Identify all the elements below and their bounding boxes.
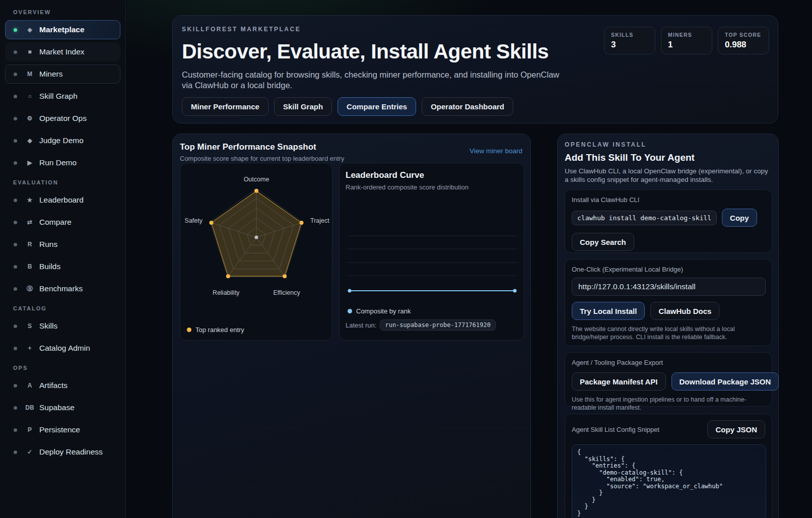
radar-legend-dot (187, 328, 191, 332)
hero-tab-operator-dashboard[interactable]: Operator Dashboard (422, 97, 513, 116)
sidebar-item-label: Marketplace (39, 25, 85, 34)
catalog-admin-icon: + (23, 345, 36, 352)
sidebar-item-label: Deploy Readiness (39, 447, 103, 457)
curve-legend: Composite by rank (348, 307, 411, 315)
sidebar-item-label: Runs (39, 240, 57, 249)
curve-subtitle: Rank-ordered composite score distributio… (346, 183, 468, 191)
curve-chart (348, 232, 517, 298)
install-description: Use ClawHub CLI, a local OpenClaw bridge… (565, 167, 771, 184)
supabase-icon: DB (23, 404, 36, 411)
sidebar-item-judge-demo[interactable]: ◆Judge Demo (5, 131, 120, 150)
sidebar-item-label: Persistence (39, 425, 80, 434)
section-label-evaluation: EVALUATION (13, 179, 121, 185)
view-miner-board-link[interactable]: View miner board (469, 147, 522, 155)
hero-tab-miner-performance[interactable]: Miner Performance (182, 97, 268, 116)
curve-card: Leaderboard Curve Rank-ordered composite… (339, 163, 524, 341)
sidebar-item-runs[interactable]: RRuns (5, 235, 120, 254)
status-dot (14, 95, 17, 98)
status-dot (14, 139, 17, 143)
config-snippet-card: Agent Skill List Config Snippet Copy JSO… (565, 414, 772, 518)
sidebar-item-marketplace[interactable]: ◆Marketplace (5, 20, 120, 39)
copy-json-button[interactable]: Copy JSON (707, 420, 765, 438)
sidebar-item-label: Compare (39, 218, 72, 227)
runs-icon: R (23, 241, 36, 248)
status-dot (14, 50, 17, 54)
status-dot (14, 287, 17, 291)
status-dot (14, 428, 17, 432)
stat-card-miners: MINERS1 (661, 27, 712, 54)
copy-command-button[interactable]: Copy (722, 209, 757, 227)
snapshot-subtitle: Composite score shape for current top le… (180, 155, 523, 162)
bridge-button-row: Try Local Install ClawHub Docs (572, 302, 765, 320)
sidebar-item-artifacts[interactable]: AArtifacts (5, 376, 120, 395)
builds-icon: B (23, 263, 36, 270)
export-card-label: Agent / Tooling Package Export (572, 359, 765, 366)
artifacts-icon: A (23, 382, 36, 389)
export-note: Use this for agent ingestion pipelines o… (572, 396, 765, 412)
sidebar-item-catalog-admin[interactable]: +Catalog Admin (5, 339, 120, 358)
sidebar-item-builds[interactable]: BBuilds (5, 257, 120, 276)
sidebar-item-run-demo[interactable]: ▶Run Demo (5, 153, 120, 172)
sidebar-item-miners[interactable]: MMiners (5, 64, 120, 84)
status-dot (14, 384, 17, 387)
package-manifest-api-button[interactable]: Package Manifest API (572, 372, 666, 391)
radar-card: OutcomeTrajectEfficiencyReliabilitySafet… (180, 163, 332, 341)
hero-tab-compare-entries[interactable]: Compare Entries (337, 97, 416, 116)
cli-card-label: Install via ClawHub CLI (572, 196, 765, 204)
status-dot (14, 325, 17, 328)
download-package-json-button[interactable]: Download Package JSON (671, 372, 779, 391)
sidebar-item-compare[interactable]: ⇄Compare (5, 213, 120, 232)
curve-legend-label: Composite by rank (356, 307, 411, 315)
svg-text:Reliability: Reliability (213, 289, 240, 296)
miners-icon: M (23, 71, 36, 78)
sidebar-item-label: Run Demo (39, 158, 77, 167)
snippet-label: Agent Skill List Config Snippet (572, 426, 659, 433)
stat-card-skills: SKILLS3 (604, 27, 655, 54)
app-window: OVERVIEW◆Marketplace■Market IndexMMiners… (0, 0, 812, 518)
sidebar-item-supabase[interactable]: DBSupabase (5, 398, 120, 417)
latest-run-label: Latest run: (346, 321, 376, 329)
local-bridge-card: One-Click (Experimental Local Bridge) Tr… (565, 259, 772, 346)
radar-legend: Top ranked entry (187, 326, 244, 334)
hero-tab-skill-graph[interactable]: Skill Graph (274, 97, 332, 116)
sidebar-item-market-index[interactable]: ■Market Index (5, 42, 120, 61)
sidebar-item-operator-ops[interactable]: ⚙Operator Ops (5, 109, 120, 128)
sidebar-item-skills[interactable]: SSkills (5, 316, 120, 336)
sidebar-item-deploy-readiness[interactable]: ✓Deploy Readiness (5, 442, 120, 462)
status-dot (14, 221, 17, 224)
sidebar-item-skill-graph[interactable]: ○Skill Graph (5, 87, 120, 106)
sidebar-item-leaderboard[interactable]: ★Leaderboard (5, 190, 120, 210)
market-index-icon: ■ (23, 48, 36, 55)
skills-icon: S (23, 322, 36, 330)
config-json-code: { "skills": { "entries": { "demo-catalog… (572, 444, 766, 518)
sidebar-item-label: Leaderboard (39, 196, 84, 205)
copy-search-button[interactable]: Copy Search (572, 233, 634, 251)
sidebar-item-label: Benchmarks (39, 284, 83, 293)
status-dot (14, 347, 17, 350)
sidebar-item-label: Judge Demo (39, 136, 84, 145)
radar-legend-label: Top ranked entry (195, 326, 244, 334)
curve-title: Leaderboard Curve (346, 170, 424, 180)
latest-run-id: run-supabase-probe-1771761920 (380, 319, 496, 331)
skill-graph-icon: ○ (23, 93, 36, 100)
stat-value: 3 (611, 40, 648, 50)
hero-button-row: Miner PerformanceSkill GraphCompare Entr… (182, 97, 513, 116)
curve-legend-dot (348, 309, 352, 313)
sidebar-item-persistence[interactable]: PPersistence (5, 420, 120, 439)
try-local-install-button[interactable]: Try Local Install (572, 302, 645, 320)
section-label-catalog: CATALOG (13, 305, 121, 311)
cli-command-row: clawhub install demo-catalog-skill Copy (572, 209, 765, 227)
sidebar-item-label: Supabase (39, 403, 75, 412)
main-content: SKILLFOREST MARKETPLACE Discover, Evalua… (126, 0, 812, 518)
sidebar-item-benchmarks[interactable]: ⒷBenchmarks (5, 279, 120, 298)
bridge-url-input[interactable] (572, 278, 766, 296)
section-label-overview: OVERVIEW (13, 9, 121, 15)
marketplace-icon: ◆ (23, 26, 36, 33)
clawhub-docs-button[interactable]: ClawHub Docs (650, 302, 719, 320)
sidebar-item-label: Market Index (39, 47, 85, 56)
sidebar-item-label: Catalog Admin (39, 344, 90, 353)
hero-subtitle: Customer-facing catalog for browsing ski… (182, 70, 570, 91)
bridge-card-label: One-Click (Experimental Local Bridge) (572, 266, 765, 273)
latest-run-row: Latest run: run-supabase-probe-177176192… (346, 319, 496, 331)
svg-text:Efficiency: Efficiency (274, 289, 301, 296)
